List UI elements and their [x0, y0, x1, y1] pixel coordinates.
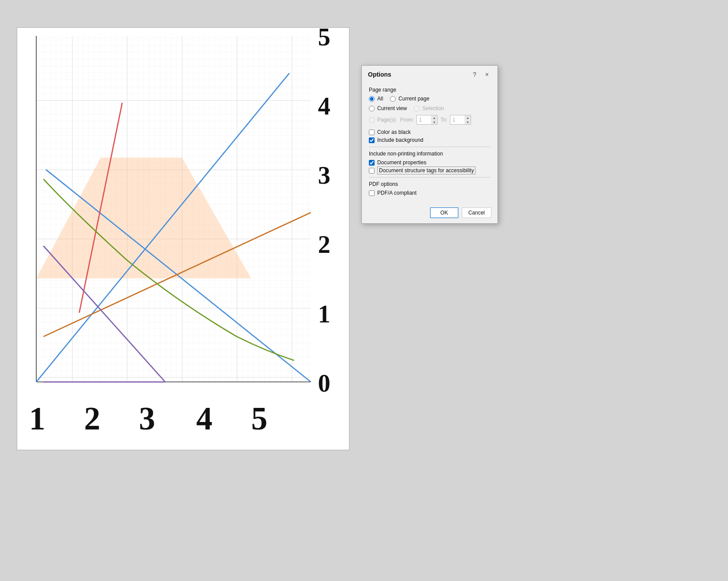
page-range-label: Page range	[369, 87, 490, 93]
divider-1	[369, 147, 490, 147]
svg-text:1: 1	[29, 400, 45, 437]
to-up-btn[interactable]: ▲	[464, 115, 471, 120]
svg-text:5: 5	[251, 400, 267, 437]
svg-text:2: 2	[84, 400, 100, 437]
include-background-row: Include background	[369, 137, 490, 143]
to-input[interactable]: 1	[450, 116, 464, 124]
dialog-body: Page range All Current page Current view…	[362, 82, 498, 204]
selection-radio-row: Selection	[414, 105, 444, 111]
svg-text:3: 3	[139, 400, 155, 437]
document-properties-checkbox[interactable]	[369, 160, 375, 166]
from-up-btn[interactable]: ▲	[431, 115, 437, 120]
pdf-a-label[interactable]: PDF/A compliant	[377, 190, 416, 196]
selection-radio[interactable]	[414, 106, 420, 111]
radio-row-1: All Current page	[369, 96, 490, 104]
dialog-title: Options	[368, 71, 391, 78]
current-view-radio[interactable]	[369, 106, 375, 111]
dialog-footer: OK Cancel	[362, 204, 498, 223]
pages-label[interactable]: Page(s)	[377, 117, 396, 123]
color-as-black-row: Color as black	[369, 129, 490, 135]
from-down-btn[interactable]: ▼	[431, 120, 437, 124]
svg-text:4: 4	[196, 400, 212, 437]
svg-text:2: 2	[318, 231, 331, 259]
dialog-titlebar: Options ? ×	[362, 66, 498, 82]
pdf-a-checkbox[interactable]	[369, 190, 375, 196]
include-background-label-text: Include background	[377, 137, 423, 143]
pdf-options-label: PDF options	[369, 181, 490, 187]
non-printing-label: Include non-printing information	[369, 151, 490, 157]
document-properties-label[interactable]: Document properties	[377, 159, 426, 166]
graph-svg: 5 4 3 2 1 0 1 2 3 4 5	[17, 28, 349, 450]
doc-structure-checkbox[interactable]	[369, 168, 375, 174]
all-radio[interactable]	[369, 96, 375, 102]
pdf-a-row: PDF/A compliant	[369, 190, 490, 196]
doc-structure-row: Document structure tags for accessibilit…	[369, 167, 490, 174]
all-radio-row: All	[369, 96, 383, 102]
current-view-radio-row: Current view	[369, 105, 407, 111]
svg-text:4: 4	[318, 93, 331, 120]
help-button[interactable]: ?	[470, 70, 479, 79]
doc-structure-label[interactable]: Document structure tags for accessibilit…	[377, 167, 475, 174]
from-input[interactable]: 1	[417, 116, 431, 124]
to-label: To:	[440, 117, 447, 123]
current-view-label[interactable]: Current view	[377, 105, 407, 111]
svg-text:5: 5	[318, 28, 331, 51]
include-background-checkbox[interactable]	[369, 137, 375, 143]
pages-row: Page(s) From: 1 ▲ ▼ To: 1 ▲ ▼	[369, 115, 490, 125]
from-label: From:	[400, 117, 414, 123]
to-input-wrapper: 1 ▲ ▼	[450, 115, 471, 125]
current-page-radio[interactable]	[390, 96, 396, 102]
svg-text:0: 0	[318, 370, 331, 397]
color-as-black-checkbox[interactable]	[369, 130, 375, 135]
to-down-btn[interactable]: ▼	[464, 120, 471, 124]
dialog-title-controls: ? ×	[470, 70, 491, 79]
svg-text:3: 3	[318, 162, 331, 189]
svg-text:1: 1	[318, 300, 331, 328]
pages-radio[interactable]	[369, 117, 375, 123]
divider-2	[369, 177, 490, 178]
to-spinner: ▲ ▼	[464, 115, 471, 124]
include-background-label[interactable]: Include background	[377, 137, 423, 143]
from-input-wrapper: 1 ▲ ▼	[416, 115, 438, 125]
current-page-radio-row: Current page	[390, 96, 429, 102]
ok-button[interactable]: OK	[430, 207, 458, 218]
doc-structure-text: Document structure tags for accessibilit…	[377, 167, 475, 174]
graph-container: 5 4 3 2 1 0 1 2 3 4 5	[17, 27, 349, 450]
close-button[interactable]: ×	[483, 70, 491, 79]
document-properties-text: Document properties	[377, 159, 426, 166]
options-dialog: Options ? × Page range All Current page …	[361, 65, 498, 224]
cancel-button[interactable]: Cancel	[462, 207, 491, 218]
from-spinner: ▲ ▼	[431, 115, 437, 124]
selection-label[interactable]: Selection	[422, 105, 444, 111]
all-label[interactable]: All	[377, 96, 383, 102]
color-as-black-label[interactable]: Color as black	[377, 129, 411, 135]
current-page-label[interactable]: Current page	[398, 96, 429, 102]
doc-properties-row: Document properties	[369, 159, 490, 166]
radio-row-2: Current view Selection	[369, 105, 490, 113]
